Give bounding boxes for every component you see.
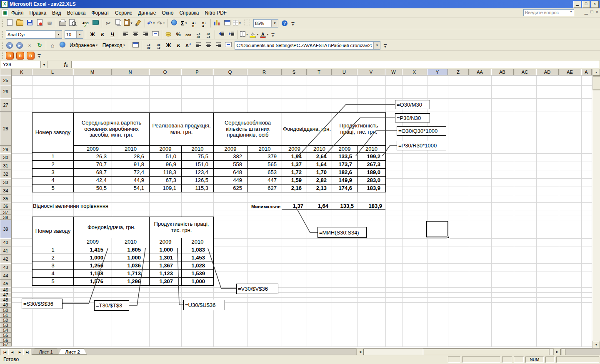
row-header-47[interactable]: 47 <box>0 292 12 297</box>
fill-color-button[interactable]: ▼ <box>250 30 259 39</box>
nitro-email-button[interactable]: n <box>15 51 25 60</box>
align-left-button[interactable] <box>121 30 130 39</box>
cell[interactable]: 449 <box>214 177 248 184</box>
data-table-table1[interactable]: Номер заводуСередньорічна вартість основ… <box>32 112 386 192</box>
column-header-Q[interactable]: Q <box>213 69 247 75</box>
column-header-AB[interactable]: AB <box>491 69 514 75</box>
row-header-35[interactable]: 35 <box>0 195 12 202</box>
currency-button[interactable] <box>164 30 173 39</box>
sheet-tab-2[interactable]: Лист 2 <box>58 349 87 355</box>
italic-button[interactable]: К <box>98 30 107 39</box>
formula-callout[interactable]: =O30/Q30*1000 <box>397 126 446 136</box>
cell[interactable]: 283,0 <box>358 177 386 184</box>
year-cell[interactable]: 2009 <box>74 238 112 246</box>
row-header-52[interactable]: 52 <box>0 318 12 323</box>
cell[interactable]: 1,028 <box>182 262 214 270</box>
chart-wizard-button[interactable] <box>212 19 222 27</box>
cell[interactable]: 115,3 <box>182 184 214 192</box>
formula-callout[interactable]: =МИН(S30:S34) <box>318 227 367 238</box>
font-combo[interactable]: Arial Cyr▼ <box>6 30 62 39</box>
row-header-27[interactable]: 27 <box>0 98 12 112</box>
hyperlink-button[interactable] <box>170 19 179 27</box>
format-painter-button[interactable] <box>134 19 143 27</box>
percent-button[interactable]: % <box>174 30 183 39</box>
cell[interactable]: 91,8 <box>112 161 150 169</box>
formula-input[interactable] <box>71 61 599 68</box>
cell[interactable]: 2,64 <box>307 153 332 161</box>
dropdown-arrow-icon[interactable]: ▼ <box>373 42 380 49</box>
menu-правка[interactable]: Правка <box>27 9 50 17</box>
cell[interactable]: 382 <box>214 153 248 161</box>
column-header-S[interactable]: S <box>282 69 307 75</box>
cell[interactable]: 2,82 <box>307 177 332 184</box>
cell[interactable]: 42,4 <box>74 177 112 184</box>
year-cell[interactable]: 2009 <box>332 146 358 153</box>
address-combo[interactable]: C:\Documents and Settings\PC.ZAVKAFSTAT\… <box>235 41 380 50</box>
zoom-combo[interactable]: 85%▼ <box>253 19 278 27</box>
doc-minimize-button[interactable]: ▁ <box>584 9 588 15</box>
column-header-P[interactable]: P <box>181 69 213 75</box>
scroll-up-button[interactable]: ▲ <box>592 69 600 76</box>
cell[interactable]: 1,37 <box>282 161 307 169</box>
cell[interactable]: 1,083 <box>182 246 214 254</box>
cell[interactable]: 109,1 <box>150 184 182 192</box>
scroll-down-button[interactable]: ▼ <box>592 341 600 348</box>
cell[interactable]: 625 <box>214 184 248 192</box>
scroll-left-button[interactable]: ◀ <box>357 349 364 355</box>
search-web-button[interactable] <box>58 41 67 50</box>
increase-indent-button[interactable] <box>227 30 236 39</box>
column-header-O[interactable]: O <box>149 69 181 75</box>
row-header-34[interactable]: 34 <box>0 187 12 195</box>
insert-function-icon[interactable]: fx <box>64 61 68 68</box>
cell[interactable]: 1,296 <box>112 278 150 286</box>
cell[interactable]: 133,5 <box>332 153 358 161</box>
cell[interactable]: 1,415 <box>74 246 112 254</box>
header-cell[interactable]: Фондовіддача, грн. <box>282 113 332 146</box>
toolbar-grip[interactable] <box>2 42 3 49</box>
cell[interactable]: 1,301 <box>150 254 182 262</box>
toolbar-grip[interactable] <box>2 52 3 59</box>
vertical-scrollbar[interactable]: ▲▼ <box>592 69 600 348</box>
cell[interactable]: 123,4 <box>182 169 214 177</box>
cell[interactable]: 2,16 <box>282 184 307 192</box>
cell[interactable]: 4 <box>32 177 74 184</box>
cell[interactable]: 72,4 <box>112 169 150 177</box>
cell[interactable]: 1,94 <box>282 153 307 161</box>
nitro-settings-button[interactable]: n <box>26 51 35 60</box>
spelling-button[interactable]: ABC✓ <box>81 19 90 27</box>
cell[interactable]: 199,2 <box>358 153 386 161</box>
stop-button[interactable]: × <box>25 41 34 50</box>
column-header-R[interactable]: R <box>247 69 282 75</box>
thousands-button[interactable]: 000 <box>184 30 193 39</box>
column-header-T[interactable]: T <box>307 69 332 75</box>
cell[interactable]: 1,713 <box>112 270 150 278</box>
cell[interactable]: 183,9 <box>358 184 386 192</box>
column-header-U[interactable]: U <box>332 69 357 75</box>
cell[interactable]: 75,5 <box>182 153 214 161</box>
cell[interactable]: 1,453 <box>182 254 214 262</box>
cell[interactable]: 1 <box>32 246 74 254</box>
refresh-button[interactable]: ↻ <box>35 41 44 50</box>
cell[interactable]: 151,0 <box>182 161 214 169</box>
row-header-55[interactable]: 55 <box>0 333 12 338</box>
borders-button[interactable]: ▼ <box>240 30 249 39</box>
row-header-48[interactable]: 48 <box>0 297 12 302</box>
decrease-indent-button[interactable] <box>217 30 226 39</box>
cell[interactable]: 1,70 <box>307 169 332 177</box>
decrease-decimal-button[interactable]: ,00+,0 <box>204 30 213 39</box>
save-pdf-button[interactable] <box>35 19 44 27</box>
undo-button[interactable]: ↶▼ <box>147 19 156 27</box>
cell[interactable]: 96,9 <box>150 161 182 169</box>
row-header-26[interactable]: 26 <box>0 85 12 98</box>
column-header-K[interactable]: K <box>12 69 32 75</box>
year-cell[interactable]: 2010 <box>248 146 282 153</box>
header-cell[interactable]: Продуктивність праці, тис. грн. <box>150 217 214 238</box>
cell[interactable]: 51,0 <box>150 153 182 161</box>
column-header-N[interactable]: N <box>112 69 149 75</box>
bold-button[interactable]: Ж <box>88 30 97 39</box>
cell[interactable]: 1,64 <box>307 161 332 169</box>
formula-callout[interactable]: =V30/$V$36 <box>236 284 278 294</box>
cell[interactable]: 182,6 <box>332 169 358 177</box>
column-header-M[interactable]: M <box>73 69 112 75</box>
new-document-button[interactable] <box>5 19 14 27</box>
